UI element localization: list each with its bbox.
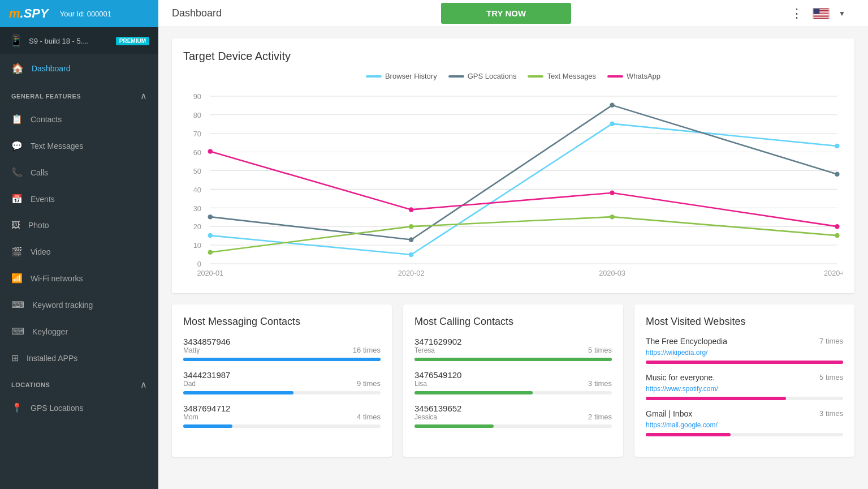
svg-text:90: 90 bbox=[193, 92, 201, 101]
page-title: Dashboard bbox=[172, 7, 222, 19]
svg-text:20: 20 bbox=[193, 222, 201, 231]
calling-contacts-panel: Most Calling Contacts 3471629902 Teresa … bbox=[403, 304, 623, 457]
sidebar-item-keyword-tracking[interactable]: ⌨ Keyword tracking bbox=[0, 291, 158, 318]
messaging-title: Most Messaging Contacts bbox=[183, 316, 381, 328]
svg-text:2020-04: 2020-04 bbox=[824, 269, 843, 277]
messaging-contact-3: 3487694712 Mom 4 times bbox=[183, 404, 381, 428]
sidebar-item-photo[interactable]: 🖼 Photo bbox=[0, 212, 158, 238]
sidebar-item-gps[interactable]: 📍 GPS Locations bbox=[0, 394, 158, 421]
legend-color-gps bbox=[448, 75, 464, 78]
svg-point-33 bbox=[409, 252, 413, 257]
gps-line bbox=[210, 105, 837, 240]
general-features-header: GENERAL FEATURES ∧ bbox=[0, 83, 158, 106]
svg-text:2020-01: 2020-01 bbox=[197, 269, 223, 277]
device-bar[interactable]: 📱 S9 - build 18 - 5.... PREMIUM bbox=[0, 27, 158, 54]
language-flag-icon[interactable] bbox=[813, 8, 830, 19]
sidebar-label-contacts: Contacts bbox=[31, 115, 62, 124]
more-options-icon[interactable]: ⋮ bbox=[791, 6, 804, 21]
events-icon: 📅 bbox=[11, 194, 23, 204]
text-messages-icon: 💬 bbox=[11, 140, 23, 151]
legend-text-messages: Text Messages bbox=[528, 72, 596, 80]
website-name-3: Gmail | Inbox bbox=[646, 409, 819, 418]
calling-contact-2: 3476549120 Lisa 3 times bbox=[414, 370, 612, 394]
sidebar-label-gps: GPS Locations bbox=[31, 404, 83, 413]
logo-area: m .SPY Your Id: 000001 bbox=[0, 0, 158, 27]
messaging-contact-2: 3444231987 Dad 9 times bbox=[183, 370, 381, 394]
sidebar-item-events[interactable]: 📅 Events bbox=[0, 186, 158, 212]
website-3: Gmail | Inbox https://mail.google.com/ 3… bbox=[646, 409, 843, 436]
legend-label-text: Text Messages bbox=[547, 72, 596, 80]
svg-text:50: 50 bbox=[193, 167, 201, 175]
sidebar: 📱 S9 - build 18 - 5.... PREMIUM 🏠 Dashbo… bbox=[0, 27, 158, 489]
svg-text:0: 0 bbox=[197, 260, 201, 268]
svg-text:60: 60 bbox=[193, 148, 201, 157]
website-url-3[interactable]: https://mail.google.com/ bbox=[646, 421, 718, 429]
svg-point-37 bbox=[409, 237, 413, 242]
calling-name-1: Teresa bbox=[414, 346, 461, 354]
calling-bar-2 bbox=[414, 391, 533, 394]
photo-icon: 🖼 bbox=[11, 220, 20, 230]
calling-title: Most Calling Contacts bbox=[414, 316, 612, 328]
messaging-bar-1 bbox=[183, 358, 381, 361]
sidebar-label-calls: Calls bbox=[31, 168, 48, 177]
sidebar-item-text-messages[interactable]: 💬 Text Messages bbox=[0, 132, 158, 159]
svg-rect-7 bbox=[814, 8, 820, 14]
sidebar-label-keylogger: Keylogger bbox=[32, 327, 68, 336]
legend-label-gps: GPS Locations bbox=[468, 72, 517, 80]
calling-bar-1 bbox=[414, 358, 612, 361]
sidebar-item-dashboard[interactable]: 🏠 Dashboard bbox=[0, 54, 158, 83]
sidebar-label-video: Video bbox=[31, 247, 51, 256]
home-icon: 🏠 bbox=[11, 62, 24, 75]
svg-text:10: 10 bbox=[193, 241, 201, 250]
svg-rect-6 bbox=[814, 17, 829, 18]
website-2: Music for everyone. https://www.spotify.… bbox=[646, 373, 843, 400]
svg-point-36 bbox=[208, 215, 212, 219]
sidebar-label-text-messages: Text Messages bbox=[31, 141, 83, 151]
svg-text:2020-02: 2020-02 bbox=[398, 269, 425, 277]
legend-browser-history: Browser History bbox=[366, 72, 437, 80]
device-icon: 📱 bbox=[9, 34, 23, 48]
svg-point-39 bbox=[835, 172, 839, 177]
sidebar-label-wifi: Wi-Fi networks bbox=[31, 274, 83, 283]
calling-name-3: Jessica bbox=[414, 413, 461, 421]
contact-times-2: 9 times bbox=[357, 379, 381, 388]
sidebar-item-contacts[interactable]: 📋 Contacts bbox=[0, 106, 158, 132]
calling-number-1: 3471629902 bbox=[414, 337, 461, 346]
svg-point-35 bbox=[835, 144, 839, 148]
sidebar-item-wifi[interactable]: 📶 Wi-Fi networks bbox=[0, 265, 158, 291]
header-actions: ⋮ ▼ bbox=[791, 6, 854, 21]
contact-times-3: 4 times bbox=[357, 413, 381, 421]
svg-text:2020-03: 2020-03 bbox=[599, 269, 625, 277]
website-url-2[interactable]: https://www.spotify.com/ bbox=[646, 385, 718, 393]
sidebar-item-installed-apps[interactable]: ⊞ Installed APPs bbox=[0, 345, 158, 371]
svg-rect-5 bbox=[814, 15, 829, 16]
contacts-icon: 📋 bbox=[11, 114, 23, 125]
general-features-title: GENERAL FEATURES bbox=[11, 93, 81, 100]
sidebar-item-keylogger[interactable]: ⌨ Keylogger bbox=[0, 318, 158, 345]
chevron-up-icon: ∧ bbox=[140, 91, 147, 101]
svg-rect-4 bbox=[814, 14, 829, 14]
calling-times-1: 5 times bbox=[588, 346, 612, 354]
calling-times-2: 3 times bbox=[588, 379, 612, 388]
svg-text:40: 40 bbox=[193, 186, 201, 194]
website-times-2: 5 times bbox=[819, 373, 843, 381]
sidebar-item-video[interactable]: 🎬 Video bbox=[0, 238, 158, 265]
sidebar-label-events: Events bbox=[31, 195, 55, 204]
keyword-icon: ⌨ bbox=[11, 299, 24, 310]
calling-contact-3: 3456139652 Jessica 2 times bbox=[414, 404, 612, 428]
user-id: Your Id: 000001 bbox=[60, 10, 111, 18]
calling-number-3: 3456139652 bbox=[414, 404, 461, 413]
website-url-1[interactable]: https://wikipedia.org/ bbox=[646, 349, 707, 357]
legend-color-browser bbox=[366, 75, 382, 78]
keylogger-icon: ⌨ bbox=[11, 326, 24, 337]
sidebar-label-photo: Photo bbox=[28, 221, 49, 230]
svg-point-42 bbox=[610, 215, 614, 219]
main-header: Dashboard TRY NOW ⋮ ▼ bbox=[158, 0, 868, 27]
flag-dropdown-icon[interactable]: ▼ bbox=[839, 10, 845, 18]
try-now-button[interactable]: TRY NOW bbox=[441, 3, 571, 24]
device-name: S9 - build 18 - 5.... bbox=[29, 37, 110, 45]
sidebar-item-calls[interactable]: 📞 Calls bbox=[0, 159, 158, 186]
svg-point-32 bbox=[208, 233, 212, 238]
website-1: The Free Encyclopedia https://wikipedia.… bbox=[646, 337, 843, 364]
svg-point-41 bbox=[409, 224, 413, 229]
